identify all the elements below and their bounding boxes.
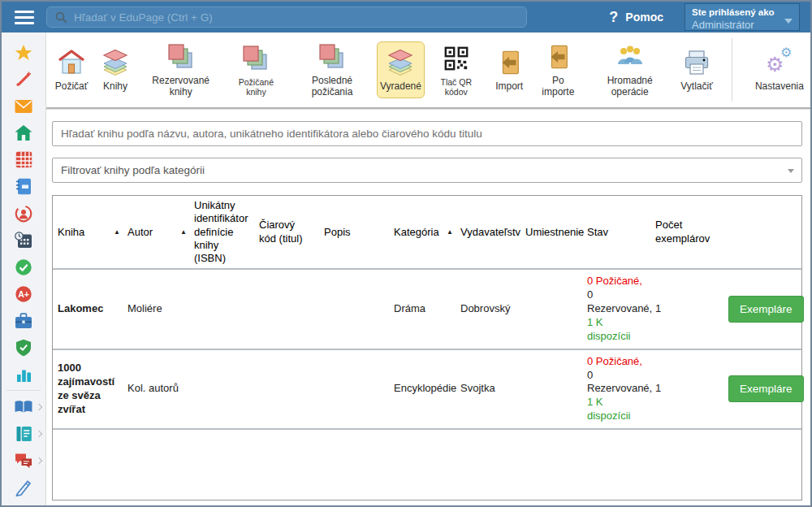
sort-asc-icon[interactable]: ▲ <box>114 228 120 236</box>
table-row: Lakomec Moliére Dráma Dobrovský 0 Požiča… <box>53 270 801 349</box>
search-icon <box>55 11 67 24</box>
chevron-right-icon <box>36 431 42 437</box>
sidebar-item-agenda[interactable] <box>2 307 45 334</box>
toolbar-item-pozicat[interactable]: Požičať <box>50 41 93 98</box>
svg-text:A+: A+ <box>18 288 29 298</box>
toolbar-divider <box>732 38 732 102</box>
sidebar-item-messages[interactable] <box>2 93 45 119</box>
category-filter-select[interactable]: Filtrovať knihy podľa kategórii <box>52 158 802 183</box>
signed-in-user: Administrátor <box>692 19 793 32</box>
stacked-books-icon <box>317 42 347 72</box>
status-borrowed: 0 Požičané, <box>587 355 642 367</box>
toolbar-item-hromadne-operacie[interactable]: Hromadné operácie <box>585 36 675 104</box>
sort-asc-icon[interactable]: ▲ <box>180 228 187 236</box>
magic-wand-icon <box>15 71 32 89</box>
library-toolbar: Požičať Knihy Rezervované kni <box>46 32 810 109</box>
status-reserved: 0 Rezervované, <box>587 288 652 314</box>
sidebar-item-results[interactable] <box>2 361 45 388</box>
stacked-books-icon <box>241 44 270 73</box>
toolbar-item-nastavenia[interactable]: ⚙⚙ Nastavenia <box>752 41 807 98</box>
gears-icon: ⚙⚙ <box>764 47 795 78</box>
toolbar-label: Nastavenia <box>755 81 804 93</box>
chevron-right-icon <box>36 404 42 410</box>
cell-kategoria: Dráma <box>389 297 456 321</box>
chat-bubbles-icon <box>15 453 32 469</box>
sidebar-item-star[interactable] <box>2 39 45 66</box>
exemplare-button[interactable]: Exempláre <box>728 296 804 323</box>
column-header-kategoria[interactable]: Kategória ▲ <box>389 196 456 268</box>
table-empty-area <box>53 430 801 500</box>
column-header-pocet-exemplarov[interactable]: Počet exemplárov <box>650 196 723 268</box>
sidebar-item-calendar[interactable] <box>2 227 45 254</box>
sidebar-item-attendance[interactable] <box>2 254 45 280</box>
sidebar-item-communication[interactable] <box>2 447 45 474</box>
chevron-right-icon <box>36 457 42 464</box>
cell-autor: Moliére <box>123 297 189 321</box>
user-menu[interactable]: Ste prihlásený ako Administrátor <box>685 3 800 31</box>
sidebar-item-homework[interactable] <box>2 474 45 500</box>
toolbar-item-knihy[interactable]: Knihy <box>93 41 137 98</box>
cell-popis <box>319 304 389 314</box>
printer-icon <box>683 50 710 76</box>
column-header-autor[interactable]: Autor ▲ <box>123 196 189 268</box>
cell-vydavatelstvo: Svojtka <box>456 377 520 401</box>
sidebar-item-grades[interactable]: A+ <box>2 280 45 307</box>
toolbar-item-vyradene[interactable]: Vyradené <box>377 41 425 98</box>
home-icon <box>15 124 32 141</box>
toolbar-item-po-importe[interactable]: Po importe <box>531 36 585 104</box>
sidebar-item-library[interactable] <box>2 393 45 420</box>
global-search-input[interactable] <box>74 11 496 24</box>
cell-stav: 0 Požičané, 0 Rezervované, 1 K dispozíci… <box>582 350 650 428</box>
column-header-popis[interactable]: Popis <box>319 196 389 268</box>
hamburger-menu-icon[interactable] <box>2 11 46 24</box>
toolbar-item-rezervovane-knihy[interactable]: Rezervované knihy <box>137 36 224 104</box>
cell-kniha: Lakomec <box>53 297 123 321</box>
toolbar-item-pozicane-knihy[interactable]: Požičané knihy <box>224 37 287 102</box>
books-table: Kniha ▲ Autor ▲ Unikátny identifikátor d… <box>52 195 802 500</box>
cell-umiestnenie <box>520 384 582 394</box>
question-mark-icon: ? <box>609 9 618 26</box>
column-header-isbn[interactable]: Unikátny identifikátor definície knihy (… <box>189 196 254 268</box>
column-header-ciarovy-kod[interactable]: Čiarový kód (titul) <box>254 196 319 268</box>
toolbar-item-tlac-qr-kodov[interactable]: Tlač QR kódov <box>425 37 487 102</box>
help-label: Pomoc <box>625 11 663 24</box>
column-header-kniha[interactable]: Kniha ▲ <box>53 196 123 268</box>
global-search-box[interactable] <box>46 6 527 28</box>
toolbar-item-posledne-pozicania[interactable]: Posledné požičania <box>287 36 376 104</box>
book-search-input[interactable] <box>52 121 802 146</box>
toolbar-item-vytlacit[interactable]: Vytlačiť <box>675 41 719 98</box>
timetable-grid-icon <box>15 151 32 168</box>
cell-pocet-exemplarov: 1 <box>650 377 723 401</box>
toolbar-label: Rezervované knihy <box>142 76 219 98</box>
toolbar-label: Po importe <box>536 76 580 98</box>
column-header-vydavatelstvo[interactable]: Vydavateľstv <box>456 196 520 268</box>
sort-asc-icon[interactable]: ▲ <box>447 228 453 236</box>
column-header-stav[interactable]: Stav <box>582 196 650 268</box>
sidebar-item-home[interactable] <box>2 119 45 146</box>
sidebar-item-documents[interactable] <box>2 420 45 447</box>
toolbar-label: Import <box>495 81 523 93</box>
cell-kategoria: Encyklopédie <box>389 377 456 401</box>
column-header-umiestnenie[interactable]: Umiestnenie <box>520 196 582 268</box>
sidebar-item-admin[interactable] <box>2 334 45 361</box>
status-available: 1 K dispozícii <box>587 396 630 422</box>
pen-icon <box>15 479 32 496</box>
help-button[interactable]: ? Pomoc <box>609 9 663 26</box>
briefcase-icon <box>15 313 32 329</box>
sidebar-item-notebook[interactable] <box>2 173 45 200</box>
sidebar-item-timetable[interactable] <box>2 146 45 173</box>
toolbar-label: Vytlačiť <box>680 81 712 93</box>
app-window: ? Pomoc Ste prihlásený ako Administrátor <box>0 0 812 507</box>
toolbar-label: Posledné požičania <box>292 76 371 98</box>
cell-popis <box>319 384 389 394</box>
sidebar-item-substitution[interactable] <box>2 200 45 227</box>
grade-a-plus-icon: A+ <box>15 285 32 303</box>
toolbar-item-import[interactable]: Import <box>487 41 531 98</box>
exemplare-button[interactable]: Exempláre <box>728 375 804 402</box>
toolbar-label: Požičať <box>55 81 89 93</box>
layers-icon <box>100 48 131 77</box>
stacked-books-icon <box>166 42 196 72</box>
sidebar-item-wizard[interactable] <box>2 66 45 93</box>
category-filter-placeholder: Filtrovať knihy podľa kategórii <box>61 164 205 176</box>
import-door-icon <box>545 44 571 70</box>
